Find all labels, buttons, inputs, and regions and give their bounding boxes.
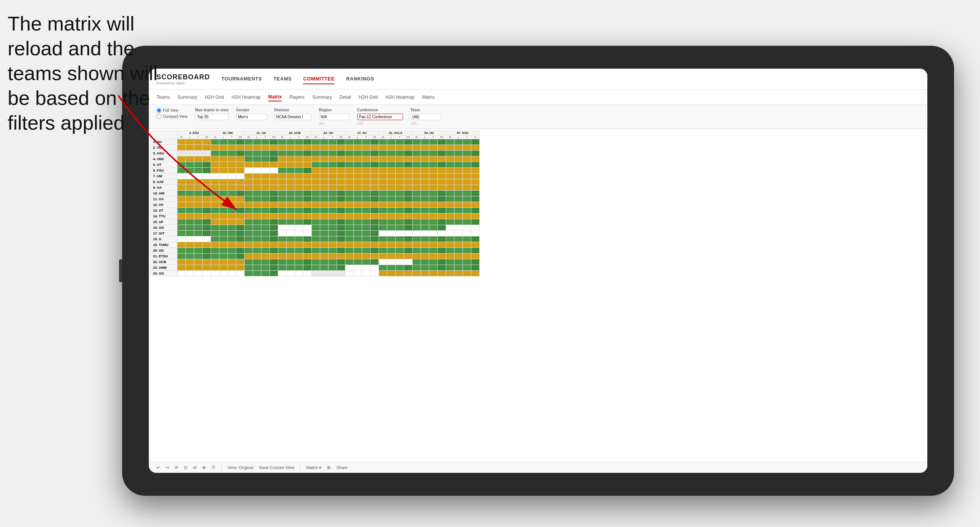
row-team-label: 10. UW: [151, 191, 177, 196]
matrix-cell: [219, 185, 228, 191]
matrix-cell: [396, 168, 404, 174]
matrix-cell: [278, 248, 287, 254]
matrix-cell: [354, 214, 362, 219]
matrix-cell: [421, 162, 429, 168]
matrix-cell: [245, 214, 253, 219]
matrix-cell: [270, 259, 278, 265]
matrix-cell: [446, 156, 455, 162]
matrix-cell: [371, 265, 379, 271]
matrix-cell: [337, 242, 345, 248]
matrix-cell: [337, 162, 345, 168]
conference-select[interactable]: Pac-12 Conference (All) ACC Big Ten: [357, 114, 403, 120]
matrix-cell: [278, 214, 287, 219]
matrix-cell: [245, 162, 253, 168]
matrix-cell: [270, 242, 278, 248]
matrix-cell: [421, 196, 429, 202]
matrix-cell: [303, 208, 312, 214]
matrix-cell: [471, 265, 480, 271]
matrix-cell: [312, 254, 320, 259]
matrix-cell: [471, 174, 480, 179]
team-select[interactable]: (All): [411, 114, 441, 120]
sub-nav-players[interactable]: Players: [289, 93, 305, 101]
sub-nav-h2h-heatmap2[interactable]: H2H Heatmap: [385, 93, 414, 101]
matrix-cell: [261, 265, 270, 271]
matrix-cell: [203, 156, 211, 162]
matrix-cell: [194, 236, 203, 242]
ucla-t: T: [396, 135, 404, 139]
zoom-in-button[interactable]: ⊕: [202, 465, 206, 470]
matrix-cell: [312, 225, 320, 231]
clock-button[interactable]: ⏱: [211, 465, 216, 470]
matrix-cell: [261, 162, 270, 168]
sub-nav-summary1[interactable]: Summary: [177, 93, 197, 101]
sub-nav-summary2[interactable]: Summary: [312, 93, 332, 101]
matrix-cell: [287, 145, 295, 151]
matrix-cell: [312, 196, 320, 202]
matrix-cell: [219, 174, 228, 179]
matrix-cell: [211, 179, 219, 185]
zoom-out-button[interactable]: ⊖: [193, 465, 197, 470]
matrix-cell: [278, 231, 287, 236]
matrix-cell: [303, 174, 312, 179]
sub-nav-matrix1[interactable]: Matrix: [268, 93, 282, 101]
matrix-cell: [177, 185, 186, 191]
region-select[interactable]: N/A East West: [319, 114, 350, 120]
matrix-cell: [303, 156, 312, 162]
max-teams-select[interactable]: Top 25 Top 50 All: [195, 114, 228, 120]
view-original-button[interactable]: View: Original: [227, 465, 253, 470]
matrix-cell: [404, 162, 413, 168]
sub-nav-h2h-heatmap1[interactable]: H2H Heatmap: [232, 93, 261, 101]
matrix-cell: [413, 185, 421, 191]
save-custom-button[interactable]: Save Custom View: [259, 465, 295, 470]
matrix-cell: [186, 151, 194, 156]
matrix-cell: [219, 191, 228, 196]
nav-tournaments[interactable]: TOURNAMENTS: [221, 74, 262, 84]
undo-button[interactable]: ↩: [156, 465, 160, 470]
matrix-cell: [287, 196, 295, 202]
sub-nav-matrix2[interactable]: Matrix: [422, 93, 435, 101]
sub-nav-h2h-grid2[interactable]: H2H Grid: [359, 93, 378, 101]
share-button[interactable]: Share: [336, 465, 347, 470]
sub-nav-h2h-grid1[interactable]: H2H Grid: [205, 93, 224, 101]
matrix-cell: [329, 139, 337, 145]
row-team-label: 13. UT: [151, 208, 177, 214]
matrix-cell: [253, 168, 261, 174]
matrix-cell: [421, 214, 429, 219]
matrix-cell: [471, 179, 480, 185]
matrix-cell: [228, 236, 236, 242]
matrix-cell: [379, 196, 387, 202]
refresh-button[interactable]: ⟳: [175, 465, 178, 470]
matrix-cell: [203, 139, 211, 145]
matrix-cell: [345, 139, 354, 145]
matrix-cell: [228, 151, 236, 156]
sub-nav-detail[interactable]: Detail: [339, 93, 351, 101]
matrix-cell: [261, 202, 270, 208]
watch-button[interactable]: Watch ▾: [306, 465, 321, 470]
redo-button[interactable]: ↪: [166, 465, 169, 470]
gender-select[interactable]: Men's Women's: [236, 114, 267, 120]
matrix-cell: [320, 162, 329, 168]
matrix-cell: [387, 139, 396, 145]
matrix-cell: [228, 139, 236, 145]
view-original-label: View: Original: [227, 465, 253, 470]
matrix-cell: [228, 202, 236, 208]
col-header-ua: 11. UA: [245, 131, 278, 135]
matrix-cell: [429, 214, 438, 219]
matrix-cell: [278, 259, 287, 265]
matrix-cell: [278, 242, 287, 248]
matrix-cell: [413, 219, 421, 225]
matrix-cell: [404, 179, 413, 185]
layout-button[interactable]: ⊞: [327, 465, 330, 470]
matrix-cell: [413, 191, 421, 196]
matrix-cell: [287, 162, 295, 168]
matrix-cell: [446, 254, 455, 259]
matrix-cell: [345, 265, 354, 271]
nav-committee[interactable]: COMMITTEE: [303, 74, 335, 84]
matrix-cell: [295, 242, 303, 248]
nav-teams[interactable]: TEAMS: [273, 74, 292, 84]
nav-rankings[interactable]: RANKINGS: [346, 74, 374, 84]
matrix-scroll[interactable]: 3. ASU 10. UW 11. UA 22. UCB 24. UO 27. …: [149, 129, 927, 462]
zoom-fit-button[interactable]: ⊡: [184, 465, 187, 470]
division-select[interactable]: NCAA Division I NCAA Division II NCAA Di…: [274, 114, 311, 120]
matrix-cell: [354, 208, 362, 214]
